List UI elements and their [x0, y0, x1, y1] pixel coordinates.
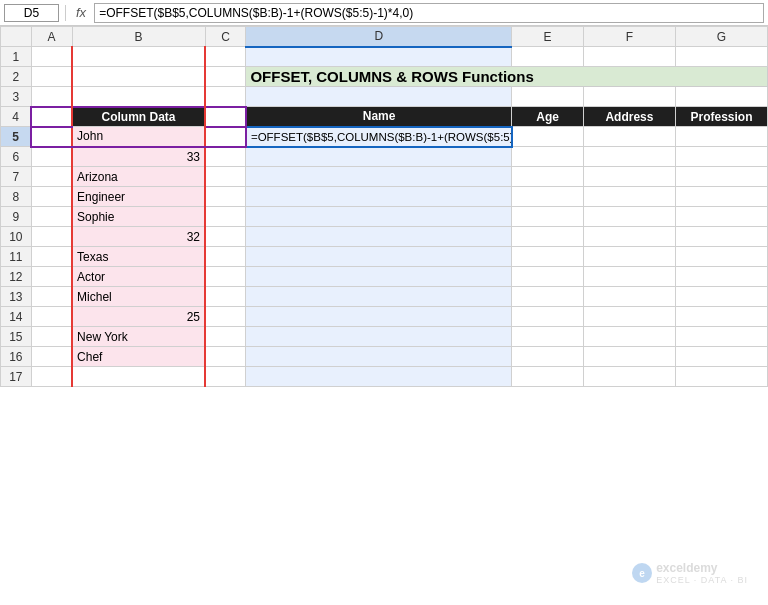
cell-g9[interactable] [675, 207, 767, 227]
cell-c2[interactable] [205, 67, 246, 87]
cell-d5[interactable]: =OFFSET($B$5,COLUMNS($B:B)-1+(ROWS($5:5)… [246, 127, 512, 147]
cell-e15[interactable] [512, 327, 584, 347]
cell-b14[interactable]: 25 [72, 307, 205, 327]
cell-d8[interactable] [246, 187, 512, 207]
cell-g8[interactable] [675, 187, 767, 207]
cell-e6[interactable] [512, 147, 584, 167]
cell-g17[interactable] [675, 367, 767, 387]
formula-input[interactable] [94, 3, 764, 23]
cell-a7[interactable] [31, 167, 72, 187]
cell-d1[interactable] [246, 47, 512, 67]
cell-g13[interactable] [675, 287, 767, 307]
cell-f10[interactable] [583, 227, 675, 247]
cell-a6[interactable] [31, 147, 72, 167]
col-header-d[interactable]: D [246, 27, 512, 47]
cell-a13[interactable] [31, 287, 72, 307]
cell-e17[interactable] [512, 367, 584, 387]
cell-c17[interactable] [205, 367, 246, 387]
cell-c14[interactable] [205, 307, 246, 327]
col-header-f[interactable]: F [583, 27, 675, 47]
cell-b6[interactable]: 33 [72, 147, 205, 167]
col-header-b[interactable]: B [72, 27, 205, 47]
cell-e16[interactable] [512, 347, 584, 367]
cell-a8[interactable] [31, 187, 72, 207]
cell-a9[interactable] [31, 207, 72, 227]
cell-b7[interactable]: Arizona [72, 167, 205, 187]
cell-d16[interactable] [246, 347, 512, 367]
cell-c6[interactable] [205, 147, 246, 167]
cell-b17[interactable] [72, 367, 205, 387]
cell-b10[interactable]: 32 [72, 227, 205, 247]
cell-f1[interactable] [583, 47, 675, 67]
cell-f12[interactable] [583, 267, 675, 287]
cell-d15[interactable] [246, 327, 512, 347]
cell-c9[interactable] [205, 207, 246, 227]
col-header-g[interactable]: G [675, 27, 767, 47]
cell-c15[interactable] [205, 327, 246, 347]
cell-b2[interactable] [72, 67, 205, 87]
cell-b5[interactable]: John [72, 127, 205, 147]
cell-d12[interactable] [246, 267, 512, 287]
cell-c12[interactable] [205, 267, 246, 287]
cell-g12[interactable] [675, 267, 767, 287]
cell-f14[interactable] [583, 307, 675, 327]
cell-e1[interactable] [512, 47, 584, 67]
cell-b12[interactable]: Actor [72, 267, 205, 287]
cell-d6[interactable] [246, 147, 512, 167]
cell-c16[interactable] [205, 347, 246, 367]
cell-a11[interactable] [31, 247, 72, 267]
cell-b15[interactable]: New York [72, 327, 205, 347]
cell-a3[interactable] [31, 87, 72, 107]
cell-d11[interactable] [246, 247, 512, 267]
cell-a2[interactable] [31, 67, 72, 87]
cell-g7[interactable] [675, 167, 767, 187]
cell-a4[interactable] [31, 107, 72, 127]
cell-b11[interactable]: Texas [72, 247, 205, 267]
cell-g10[interactable] [675, 227, 767, 247]
col-header-c[interactable]: C [205, 27, 246, 47]
cell-c13[interactable] [205, 287, 246, 307]
cell-c10[interactable] [205, 227, 246, 247]
cell-e7[interactable] [512, 167, 584, 187]
cell-e9[interactable] [512, 207, 584, 227]
cell-c11[interactable] [205, 247, 246, 267]
cell-d17[interactable] [246, 367, 512, 387]
cell-g4[interactable]: Profession [675, 107, 767, 127]
cell-b8[interactable]: Engineer [72, 187, 205, 207]
cell-f5[interactable] [583, 127, 675, 147]
cell-b16[interactable]: Chef [72, 347, 205, 367]
cell-a5[interactable] [31, 127, 72, 147]
cell-b9[interactable]: Sophie [72, 207, 205, 227]
cell-d13[interactable] [246, 287, 512, 307]
cell-c1[interactable] [205, 47, 246, 67]
cell-b13[interactable]: Michel [72, 287, 205, 307]
cell-f8[interactable] [583, 187, 675, 207]
cell-g3[interactable] [675, 87, 767, 107]
cell-e14[interactable] [512, 307, 584, 327]
cell-c7[interactable] [205, 167, 246, 187]
cell-g16[interactable] [675, 347, 767, 367]
cell-c4[interactable] [205, 107, 246, 127]
cell-g15[interactable] [675, 327, 767, 347]
cell-d14[interactable] [246, 307, 512, 327]
cell-g14[interactable] [675, 307, 767, 327]
cell-a17[interactable] [31, 367, 72, 387]
cell-b4[interactable]: Column Data [72, 107, 205, 127]
cell-g11[interactable] [675, 247, 767, 267]
cell-a14[interactable] [31, 307, 72, 327]
name-box[interactable]: D5 [4, 4, 59, 22]
cell-f15[interactable] [583, 327, 675, 347]
cell-g6[interactable] [675, 147, 767, 167]
cell-f4[interactable]: Address [583, 107, 675, 127]
cell-c5[interactable] [205, 127, 246, 147]
cell-e5[interactable] [512, 127, 584, 147]
cell-e12[interactable] [512, 267, 584, 287]
cell-e8[interactable] [512, 187, 584, 207]
cell-e3[interactable] [512, 87, 584, 107]
col-header-a[interactable]: A [31, 27, 72, 47]
cell-f17[interactable] [583, 367, 675, 387]
cell-d3[interactable] [246, 87, 512, 107]
cell-e11[interactable] [512, 247, 584, 267]
cell-e13[interactable] [512, 287, 584, 307]
cell-g5[interactable] [675, 127, 767, 147]
